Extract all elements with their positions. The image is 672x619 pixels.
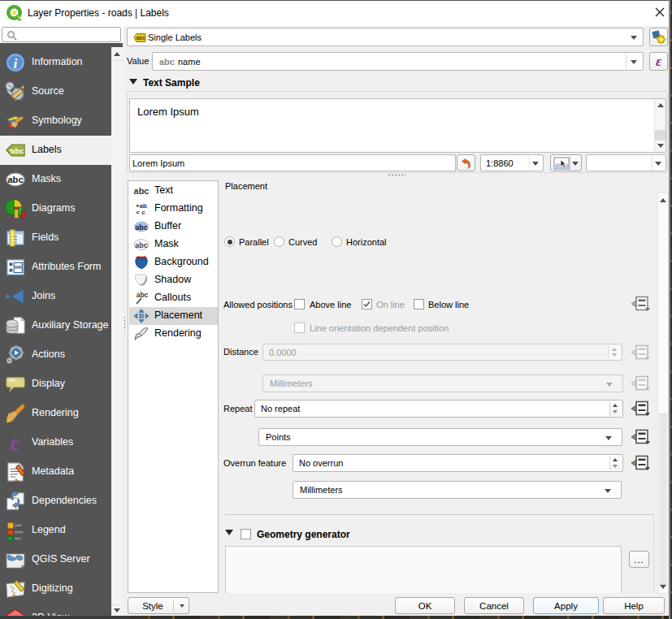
svg-text:abc: abc — [137, 291, 149, 299]
svg-text:abc: abc — [7, 175, 23, 184]
svg-text:abc: abc — [136, 35, 145, 41]
svg-text:abc: abc — [134, 186, 150, 196]
svg-text:abc: abc — [135, 223, 148, 232]
svg-text:i: i — [14, 55, 18, 71]
svg-text:ε: ε — [10, 432, 20, 453]
svg-text:abc: abc — [135, 241, 148, 249]
svg-text:< c: < c — [136, 209, 145, 216]
svg-text:abc: abc — [11, 147, 24, 155]
